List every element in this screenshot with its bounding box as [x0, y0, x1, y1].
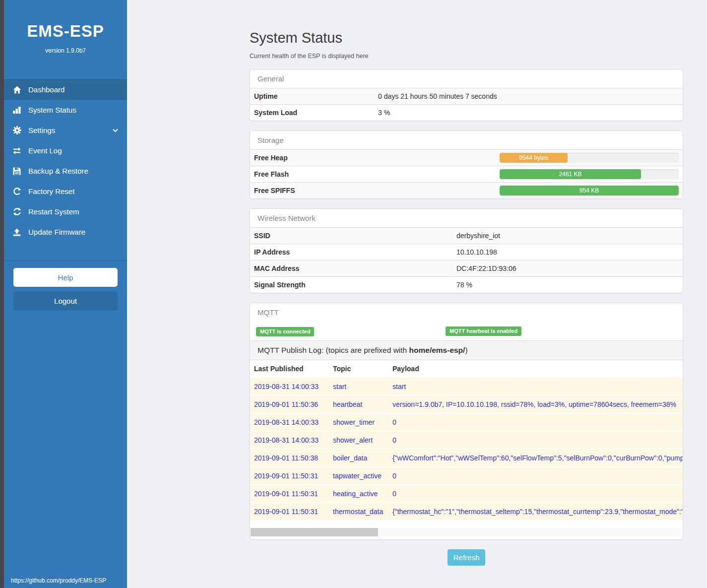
free-flash-progress: 2461 KB: [500, 166, 683, 182]
home-icon: [11, 86, 23, 94]
sidebar-item-label: Settings: [28, 126, 55, 134]
scrollbar-thumb[interactable]: [251, 528, 378, 536]
upload-icon: [11, 228, 23, 236]
cell-topic: thermostat_data: [329, 503, 388, 520]
mac-address-label: MAC Address: [250, 261, 452, 276]
free-spiffs-bar: 954 KB: [500, 186, 679, 196]
page-title: System Status: [250, 30, 683, 46]
sidebar-item-label: Factory Reset: [28, 187, 74, 196]
panel-mqtt: MQTT MQTT is connected MQTT hearbeat is …: [250, 303, 683, 540]
ssid-label: SSID: [250, 228, 452, 244]
panel-wireless-network: Wireless Network SSID derbyshire_iot IP …: [250, 208, 683, 293]
save-icon: [11, 167, 23, 175]
table-row: System Load 3 %: [250, 104, 683, 121]
table-row: MAC Address DC:4F:22:1D:93:06: [250, 260, 683, 276]
table-row: 2019-08-31 14:00:33 shower_alert 0: [250, 431, 683, 449]
sidebar-item-factory-reset[interactable]: Factory Reset: [4, 181, 127, 201]
free-spiffs-progress: 954 KB: [500, 183, 683, 198]
sidebar-item-event-log[interactable]: Event Log: [4, 140, 127, 161]
mac-address-value: DC:4F:22:1D:93:06: [452, 261, 520, 276]
sidebar-item-backup-restore[interactable]: Backup & Restore: [4, 161, 127, 181]
cell-payload: 0: [388, 413, 683, 431]
sidebar-divider: [4, 261, 127, 261]
table-row: SSID derbyshire_iot: [250, 227, 683, 244]
panel-heading-mqtt: MQTT: [250, 303, 683, 322]
ip-address-value: 10.10.10.198: [452, 244, 501, 260]
mqtt-publish-log-title: MQTT Publish Log: (topics are prefixed w…: [250, 340, 683, 360]
logout-button[interactable]: Logout: [13, 291, 118, 311]
cell-payload: 0: [388, 467, 683, 485]
cell-payload: 0: [388, 431, 683, 449]
sidebar-item-label: Restart System: [28, 207, 79, 216]
app-version: version 1.9.0b7: [4, 47, 127, 54]
cell-payload: {"wWComfort":"Hot","wWSelTemp":60,"selFl…: [388, 449, 683, 467]
sidebar-item-settings[interactable]: Settings: [4, 120, 127, 140]
cell-time: 2019-08-31 14:00:33: [250, 378, 329, 395]
panel-general: General Uptime 0 days 21 hours 50 minute…: [250, 69, 683, 121]
mqtt-connected-badge: MQTT is connected: [256, 327, 314, 336]
sidebar-item-dashboard[interactable]: Dashboard: [4, 79, 127, 100]
sidebar-nav: Dashboard System Status: [4, 79, 127, 242]
sidebar-item-update-firmware[interactable]: Update Firmware: [4, 222, 127, 242]
uptime-value: 0 days 21 hours 50 minutes 7 seconds: [374, 88, 501, 104]
cell-time: 2019-09-01 11:50:31: [250, 467, 329, 485]
table-row: 2019-09-01 11:50:31 tapwater_active 0: [250, 467, 683, 485]
free-heap-bar: 9544 bytes: [500, 153, 568, 163]
panel-heading-storage: Storage: [250, 131, 683, 149]
ssid-value: derbyshire_iot: [452, 228, 504, 244]
gear-icon: [11, 126, 23, 134]
sidebar-item-label: Dashboard: [28, 85, 64, 94]
help-button[interactable]: Help: [13, 268, 118, 287]
sidebar-item-label: Backup & Restore: [28, 167, 88, 175]
signal-strength-label: Signal Strength: [250, 277, 452, 293]
progress-track: 2461 KB: [500, 169, 679, 179]
table-row: 2019-09-01 11:50:31 heating_active 0: [250, 485, 683, 503]
free-heap-label: Free Heap: [250, 150, 500, 166]
window-edge-strip: [0, 0, 4, 588]
mqtt-badges-row: MQTT is connected MQTT hearbeat is enabl…: [250, 322, 683, 340]
page-subtitle: Current health of the ESP is displayed h…: [250, 53, 683, 60]
table-row: Uptime 0 days 21 hours 50 minutes 7 seco…: [250, 88, 683, 104]
mqtt-heartbeat-badge: MQTT hearbeat is enabled: [446, 327, 521, 336]
cell-topic: tapwater_active: [329, 467, 388, 485]
sidebar-item-restart-system[interactable]: Restart System: [4, 201, 127, 222]
panel-storage: Storage Free Heap 9544 bytes Free Flash …: [250, 131, 683, 199]
github-link[interactable]: https://github.com/proddy/EMS-ESP: [11, 577, 106, 584]
cell-time: 2019-09-01 11:50:31: [250, 485, 329, 503]
publish-log-topic-prefix: home/ems-esp/: [409, 346, 465, 354]
progress-track: 954 KB: [500, 186, 679, 196]
spacer: [250, 520, 683, 528]
table-row: 2019-08-31 14:00:33 start start: [250, 378, 683, 395]
cell-time: 2019-08-31 14:00:33: [250, 431, 329, 449]
main-content: System Status Current health of the ESP …: [250, 0, 683, 566]
sidebar-item-system-status[interactable]: System Status: [4, 100, 127, 120]
progress-track: 9544 bytes: [500, 153, 679, 163]
table-row: 2019-09-01 11:50:36 heartbeat version=1.…: [250, 395, 683, 413]
cell-topic: heartbeat: [329, 395, 388, 413]
sidebar-item-label: Update Firmware: [28, 228, 85, 236]
cell-time: 2019-09-01 11:50:38: [250, 449, 329, 467]
cell-topic: shower_alert: [329, 431, 388, 449]
free-heap-progress: 9544 bytes: [500, 150, 683, 166]
cell-payload: start: [388, 378, 683, 395]
chevron-down-icon: [113, 129, 118, 132]
table-row: Free SPIFFS 954 KB: [250, 182, 683, 198]
column-payload: Payload: [388, 360, 683, 378]
app-title: EMS-ESP: [4, 22, 127, 41]
free-spiffs-label: Free SPIFFS: [250, 183, 500, 198]
cell-time: 2019-09-01 11:50:31: [250, 503, 329, 520]
chart-icon: [11, 106, 23, 114]
system-load-value: 3 %: [374, 105, 394, 121]
cell-topic: shower_timer: [329, 413, 388, 431]
cell-payload: version=1.9.0b7, IP=10.10.10.198, rssid=…: [388, 395, 683, 413]
refresh-button[interactable]: Refresh: [448, 549, 485, 566]
sidebar: EMS-ESP version 1.9.0b7 Dashboard System…: [4, 0, 127, 588]
table-row: 2019-08-31 14:00:33 shower_timer 0: [250, 413, 683, 431]
table-row: Free Heap 9544 bytes: [250, 149, 683, 166]
publish-log-suffix: ): [465, 346, 467, 354]
free-flash-label: Free Flash: [250, 166, 500, 182]
brand: EMS-ESP version 1.9.0b7: [4, 0, 127, 54]
panel-heading-general: General: [250, 69, 683, 88]
horizontal-scrollbar[interactable]: [251, 528, 682, 536]
cell-payload: 0: [388, 485, 683, 503]
